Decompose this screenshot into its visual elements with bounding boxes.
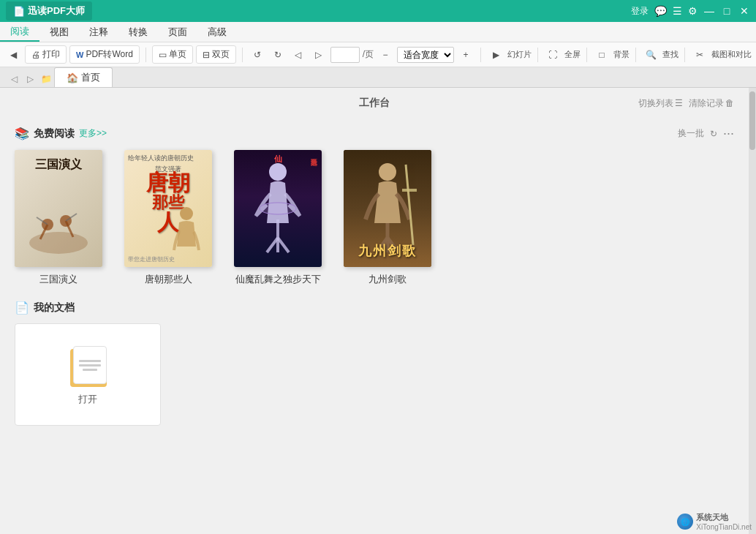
app-icon: 📄 <box>13 6 25 17</box>
book-item-sgzy[interactable]: 三国演义 <box>15 150 102 286</box>
content-area: 工作台 切换列表 ☰ 清除记录 🗑 📚 免费阅读 更多>> 换一批 <box>0 88 749 534</box>
book-cover-tcnsr: 给年轻人读的唐朝历史 范文强著 唐朝 那些 人 <box>124 150 212 267</box>
workspace-actions: 切换列表 ☰ 清除记录 🗑 <box>638 97 734 110</box>
app-name: 迅读PDF大师 <box>28 4 85 18</box>
free-reading-more[interactable]: 更多>> <box>79 127 107 140</box>
my-docs-section: 📄 我的文档 打开 <box>15 301 734 426</box>
page-number-input[interactable] <box>330 47 360 63</box>
settings-icon[interactable]: ⚙ <box>688 5 698 17</box>
menu-item-page[interactable]: 页面 <box>158 22 197 42</box>
open-file-card[interactable]: 打开 <box>15 323 161 426</box>
prev-page-button[interactable]: ◁ <box>290 46 307 64</box>
background-icon[interactable]: □ <box>593 46 611 64</box>
next-page-button[interactable]: ▷ <box>310 46 328 64</box>
close-button[interactable]: ✕ <box>738 5 750 17</box>
zoom-select[interactable]: 适合宽度 适合页面 50% 75% 100% 150% 200% <box>397 47 454 63</box>
slideshow-icon[interactable]: ▶ <box>487 46 504 64</box>
separator6 <box>635 48 636 62</box>
minimize-button[interactable]: — <box>703 5 715 17</box>
switch-view-button[interactable]: 切换列表 ☰ <box>638 97 683 110</box>
book-item-xmln[interactable]: 仙 乱舞之独步天下 <box>234 150 322 286</box>
print-button[interactable]: 🖨 打印 <box>25 45 67 64</box>
open-label: 打开 <box>78 393 97 406</box>
separator4 <box>537 48 538 62</box>
print-icon: 🖨 <box>31 50 40 60</box>
pdf-to-word-button[interactable]: W PDF转Word <box>69 45 140 64</box>
svg-point-9 <box>260 203 296 214</box>
menu-item-convert[interactable]: 转换 <box>118 22 158 42</box>
find-icon[interactable]: 🔍 <box>642 46 659 64</box>
book-section-icon: 📚 <box>15 127 29 140</box>
tabbar: ◁ ▷ 📁 🏠 首页 <box>0 67 756 88</box>
book-grid: 三国演义 <box>15 150 734 286</box>
single-page-button[interactable]: ▭ 单页 <box>152 45 193 64</box>
workspace-title: 工作台 <box>359 97 390 110</box>
free-reading-header: 📚 免费阅读 更多>> 换一批 ↻ ··· <box>15 126 734 141</box>
slideshow-button[interactable]: 幻灯片 <box>507 49 532 60</box>
open-docs-icon <box>64 343 111 387</box>
word-icon: W <box>76 50 83 59</box>
double-page-button[interactable]: ⊟ 双页 <box>196 45 236 64</box>
menu-item-advanced[interactable]: 高级 <box>197 22 237 42</box>
doc-line-3 <box>83 369 97 371</box>
single-page-icon: ▭ <box>159 50 167 60</box>
menu-item-annotate[interactable]: 注释 <box>79 22 118 42</box>
watermark-name: 系统天地 <box>696 512 752 523</box>
book-cover-sgzy: 三国演义 <box>15 150 102 267</box>
menubar: 阅读 视图 注释 转换 页面 高级 <box>0 22 756 42</box>
xmln-figure <box>241 157 314 260</box>
tab-home[interactable]: 🏠 首页 <box>54 67 113 87</box>
tab-folder-icon[interactable]: 📁 <box>38 71 54 87</box>
refresh-icon[interactable]: ↻ <box>710 129 717 139</box>
sgzy-title-text: 三国演义 <box>15 157 102 173</box>
book-title-jzjg: 九州剑歌 <box>368 273 407 286</box>
svg-point-8 <box>269 163 287 181</box>
my-docs-title: 我的文档 <box>34 301 75 315</box>
titlebar-icon1: 💬 <box>654 5 667 17</box>
book-item-jzjg[interactable]: 九州剑歌 九州剑歌 <box>344 150 431 286</box>
page-label: /页 <box>363 48 374 61</box>
separator1 <box>145 48 146 62</box>
svg-point-7 <box>180 207 193 220</box>
menu-item-read[interactable]: 阅读 <box>0 22 39 42</box>
doc-line-2 <box>79 364 101 366</box>
screenshot-button[interactable]: 截图和对比 <box>711 49 752 60</box>
book-cover-xmln: 仙 乱舞之独步天下 <box>234 150 322 267</box>
app-logo: 📄 迅读PDF大师 <box>6 1 92 20</box>
watermark: 🌐 系统天地 XiTongTianDi.net <box>677 512 752 531</box>
book-cover-jzjg: 九州剑歌 <box>344 150 431 267</box>
clear-records-button[interactable]: 清除记录 🗑 <box>689 97 734 110</box>
redo-button[interactable]: ↻ <box>269 46 287 64</box>
my-docs-header: 📄 我的文档 <box>15 301 734 315</box>
scrollbar-thumb[interactable] <box>749 91 755 150</box>
trash-icon: 🗑 <box>725 98 734 108</box>
tab-nav-left[interactable]: ◁ <box>6 71 22 87</box>
titlebar-right: 登录 💬 ☰ ⚙ — □ ✕ <box>631 5 750 18</box>
fullscreen-button[interactable]: 全屏 <box>564 49 581 60</box>
watermark-globe: 🌐 <box>677 514 693 530</box>
screenshot-icon[interactable]: ✂ <box>691 46 708 64</box>
free-reading-section: 📚 免费阅读 更多>> 换一批 ↻ ··· 三国演义 <box>15 126 734 286</box>
change-batch-button[interactable]: 换一批 <box>678 127 704 140</box>
titlebar: 📄 迅读PDF大师 登录 💬 ☰ ⚙ — □ ✕ <box>0 0 756 22</box>
fullscreen-icon[interactable]: ⛶ <box>544 46 562 64</box>
sgzy-illustration <box>22 184 95 257</box>
book-item-tcnsr[interactable]: 给年轻人读的唐朝历史 范文强著 唐朝 那些 人 <box>124 150 212 286</box>
book-title-xmln: 仙魔乱舞之独步天下 <box>235 273 321 286</box>
free-reading-title: 免费阅读 <box>34 127 75 140</box>
background-button[interactable]: 背景 <box>613 49 630 60</box>
zoom-in-button[interactable]: + <box>457 46 475 64</box>
double-page-icon: ⊟ <box>203 50 210 60</box>
maximize-button[interactable]: □ <box>721 5 733 17</box>
scrollbar[interactable] <box>749 88 756 534</box>
back-icon[interactable]: ◀ <box>4 46 22 64</box>
menu-item-view[interactable]: 视图 <box>39 22 79 42</box>
undo-button[interactable]: ↺ <box>249 46 266 64</box>
doc-line-1 <box>79 360 101 362</box>
main-area: 工作台 切换列表 ☰ 清除记录 🗑 📚 免费阅读 更多>> 换一批 <box>0 88 756 534</box>
zoom-out-button[interactable]: − <box>377 46 394 64</box>
find-button[interactable]: 查找 <box>662 49 678 60</box>
tab-nav-right[interactable]: ▷ <box>22 71 38 87</box>
login-button[interactable]: 登录 <box>631 5 649 18</box>
more-options-icon[interactable]: ··· <box>723 126 734 141</box>
